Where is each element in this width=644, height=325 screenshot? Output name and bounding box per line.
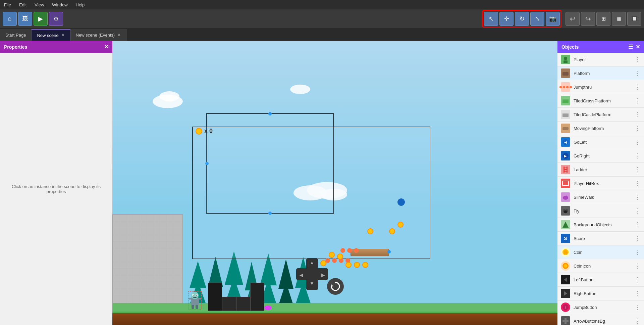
preview-btn[interactable]: 🔲 bbox=[627, 12, 641, 26]
svg-marker-43 bbox=[562, 222, 569, 228]
object-item-fly[interactable]: Fly ⋮ bbox=[557, 204, 644, 218]
slime-enemy[interactable] bbox=[264, 306, 272, 310]
menu-edit[interactable]: Edit bbox=[18, 2, 28, 8]
object-more-jumpbutton[interactable]: ⋮ bbox=[635, 304, 641, 311]
player-sprite[interactable] bbox=[188, 291, 202, 311]
object-more-platform[interactable]: ⋮ bbox=[635, 69, 641, 77]
object-item-playerhitbox[interactable]: PlayerHitBox ⋮ bbox=[557, 177, 644, 190]
svg-text:▼: ▼ bbox=[310, 281, 314, 286]
svg-rect-26 bbox=[562, 127, 569, 130]
action-btn-round[interactable] bbox=[327, 278, 344, 295]
properties-close-btn[interactable]: ✕ bbox=[104, 44, 108, 50]
object-item-leftbutton[interactable]: LeftButton ⋮ bbox=[557, 273, 644, 287]
coin-counter: x 0 bbox=[196, 128, 213, 135]
tool-rotate-btn[interactable]: ↻ bbox=[515, 12, 529, 26]
object-more-coinicon[interactable]: ⋮ bbox=[635, 262, 641, 270]
scene-canvas[interactable]: x 0 bbox=[112, 41, 557, 325]
object-item-arrowbuttonsbg[interactable]: ArrowButtonsBg ⋮ bbox=[557, 314, 644, 325]
object-more-goleft[interactable]: ⋮ bbox=[635, 138, 641, 146]
object-item-player[interactable]: Player ⋮ bbox=[557, 53, 644, 66]
object-item-platform[interactable]: Platform ⋮ bbox=[557, 66, 644, 80]
handle-top[interactable] bbox=[268, 112, 272, 115]
object-item-jumpthru[interactable]: Jumpthru ⋮ bbox=[557, 80, 644, 94]
svg-point-42 bbox=[566, 209, 568, 211]
object-name-player: Player bbox=[574, 57, 631, 62]
coin-s-8 bbox=[389, 228, 395, 234]
object-more-playerhitbox[interactable]: ⋮ bbox=[635, 180, 641, 187]
tab-newscene-close[interactable]: ✕ bbox=[61, 33, 65, 38]
object-item-rightbutton[interactable]: RightButton ⋮ bbox=[557, 287, 644, 300]
toolbar-play-btn[interactable]: ▶ bbox=[34, 12, 48, 26]
menu-help[interactable]: Help bbox=[74, 2, 86, 8]
grid-btn[interactable]: ▦ bbox=[612, 12, 626, 26]
object-more-tiledcastleplatform[interactable]: ⋮ bbox=[635, 111, 641, 118]
object-more-rightbutton[interactable]: ⋮ bbox=[635, 290, 641, 297]
menu-view[interactable]: View bbox=[33, 2, 45, 8]
object-more-slimewalk[interactable]: ⋮ bbox=[635, 193, 641, 201]
object-item-movingplatform[interactable]: MovingPlatform ⋮ bbox=[557, 122, 644, 135]
toolbar-newscene-btn[interactable]: 🖼 bbox=[18, 12, 32, 26]
redo-btn[interactable]: ↪ bbox=[581, 12, 595, 26]
properties-title: Properties bbox=[4, 44, 27, 50]
tab-events[interactable]: New scene (Events) ✕ bbox=[70, 29, 126, 41]
svg-marker-49 bbox=[564, 291, 567, 296]
object-item-tiledgrassplatform[interactable]: TiledGrassPlatform ⋮ bbox=[557, 94, 644, 108]
object-name-coin: Coin bbox=[574, 250, 631, 255]
menu-file[interactable]: File bbox=[3, 2, 12, 8]
object-name-jumpthru: Jumpthru bbox=[574, 85, 631, 90]
object-more-coin[interactable]: ⋮ bbox=[635, 248, 641, 256]
object-item-tiledcastleplatform[interactable]: TiledCastlePlatform ⋮ bbox=[557, 108, 644, 122]
toolbar-debug-btn[interactable]: ⚙ bbox=[49, 12, 63, 26]
toolbar-home-btn[interactable]: ⌂ bbox=[3, 12, 17, 26]
properties-panel: Properties ✕ Click on an instance in the… bbox=[0, 41, 112, 325]
object-icon-fly bbox=[561, 206, 570, 216]
tool-select-btn[interactable]: ↖ bbox=[484, 12, 498, 26]
tab-start[interactable]: Start Page bbox=[0, 29, 32, 41]
dpad-control[interactable]: ▲ ▼ ◀ ▶ bbox=[296, 258, 328, 291]
tool-move-btn[interactable]: ✛ bbox=[499, 12, 514, 26]
go-button-blue[interactable] bbox=[397, 198, 405, 206]
properties-header: Properties ✕ bbox=[0, 41, 112, 53]
snap-btn[interactable]: ⊞ bbox=[596, 12, 610, 26]
object-item-backgroundobjects[interactable]: BackgroundObjects ⋮ bbox=[557, 218, 644, 232]
object-more-ladder[interactable]: ⋮ bbox=[635, 166, 641, 173]
object-more-fly[interactable]: ⋮ bbox=[635, 207, 641, 215]
object-item-goright[interactable]: ▶ GoRight ⋮ bbox=[557, 149, 644, 163]
undo-btn[interactable]: ↩ bbox=[566, 12, 580, 26]
object-item-coin[interactable]: Coin ⋮ bbox=[557, 245, 644, 259]
svg-rect-20 bbox=[564, 60, 568, 63]
object-name-ladder: Ladder bbox=[574, 167, 631, 172]
svg-text:▲: ▲ bbox=[310, 260, 314, 265]
object-icon-playerhitbox bbox=[561, 179, 570, 188]
object-item-jumpbutton[interactable]: ↑ JumpButton ⋮ bbox=[557, 300, 644, 314]
object-more-leftbutton[interactable]: ⋮ bbox=[635, 276, 641, 283]
menu-window[interactable]: Window bbox=[51, 2, 69, 8]
object-name-coinicon: CoinIcon bbox=[574, 264, 631, 269]
objects-panel-header: Objects ☰ ✕ bbox=[557, 41, 644, 53]
object-more-jumpthru[interactable]: ⋮ bbox=[635, 83, 641, 91]
svg-rect-0 bbox=[113, 215, 183, 312]
object-more-movingplatform[interactable]: ⋮ bbox=[635, 125, 641, 132]
svg-rect-35 bbox=[564, 171, 568, 172]
tab-events-close[interactable]: ✕ bbox=[117, 33, 121, 37]
object-name-platform: Platform bbox=[574, 71, 631, 76]
objects-filter-btn[interactable]: ☰ bbox=[628, 44, 633, 50]
object-more-goright[interactable]: ⋮ bbox=[635, 152, 641, 159]
object-more-player[interactable]: ⋮ bbox=[635, 56, 641, 63]
platform-handle[interactable] bbox=[387, 250, 391, 253]
object-item-slimewalk[interactable]: SlimeWalk ⋮ bbox=[557, 190, 644, 204]
tool-camera-btn[interactable]: 📷 bbox=[546, 12, 560, 26]
svg-point-37 bbox=[563, 196, 568, 200]
object-item-ladder[interactable]: Ladder ⋮ bbox=[557, 163, 644, 177]
object-more-arrowbuttonsbg[interactable]: ⋮ bbox=[635, 317, 641, 325]
objects-close-btn[interactable]: ✕ bbox=[636, 44, 640, 50]
tool-scale-btn[interactable]: ⤡ bbox=[530, 12, 544, 26]
object-item-coinicon[interactable]: CoinIcon ⋮ bbox=[557, 259, 644, 273]
object-item-score[interactable]: S Score ⋮ bbox=[557, 232, 644, 245]
tab-newscene[interactable]: New scene ✕ bbox=[32, 29, 70, 41]
object-more-score[interactable]: ⋮ bbox=[635, 235, 641, 242]
object-item-goleft[interactable]: ◀ GoLeft ⋮ bbox=[557, 135, 644, 149]
object-more-tiledgrassplatform[interactable]: ⋮ bbox=[635, 97, 641, 104]
object-more-backgroundobjects[interactable]: ⋮ bbox=[635, 221, 641, 228]
object-icon-ladder bbox=[561, 165, 570, 174]
